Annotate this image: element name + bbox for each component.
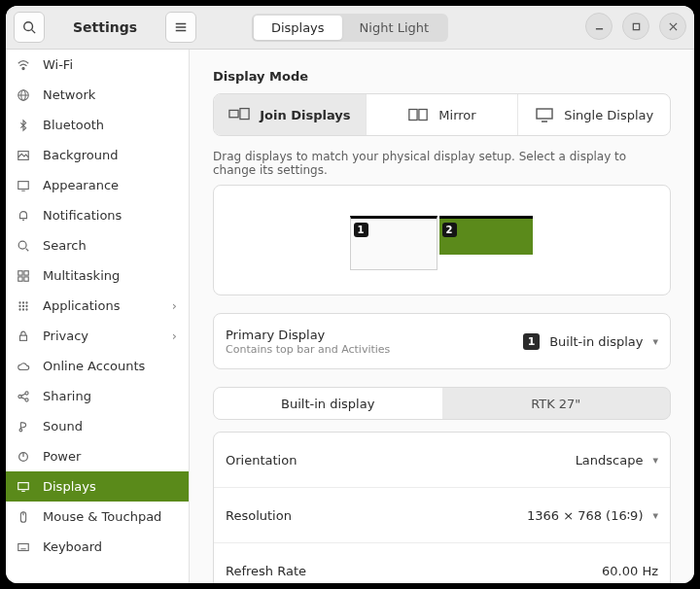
app-title: Settings	[52, 19, 158, 35]
keyboard-icon	[16, 540, 31, 554]
sidebar-item-label: Search	[43, 238, 87, 253]
svg-rect-41	[18, 482, 29, 489]
svg-rect-45	[18, 543, 29, 550]
mode-mirror[interactable]: Mirror	[367, 94, 519, 135]
menu-button[interactable]	[165, 12, 196, 43]
sidebar-item-background[interactable]: Background	[6, 140, 189, 170]
display-mode-segmented: Join Displays Mirror Single Display	[213, 93, 671, 136]
sidebar-item-label: Multitasking	[43, 268, 120, 283]
svg-line-18	[26, 248, 29, 251]
sidebar-item-label: Displays	[43, 479, 96, 494]
primary-display-sub: Contains top bar and Activities	[226, 343, 390, 356]
svg-point-9	[22, 67, 24, 69]
close-button[interactable]	[659, 13, 686, 40]
svg-rect-22	[24, 276, 28, 280]
globe-icon	[16, 88, 31, 102]
refresh-rate-value: 60.00 Hz	[602, 564, 658, 578]
svg-rect-32	[20, 335, 27, 340]
display-icon	[16, 480, 31, 494]
svg-line-36	[21, 394, 25, 396]
minimize-button[interactable]	[585, 13, 612, 40]
maximize-icon	[632, 22, 641, 31]
svg-rect-49	[409, 110, 417, 121]
svg-point-23	[18, 301, 20, 303]
display-tab-builtin[interactable]: Built-in display	[214, 388, 442, 419]
tab-night-light[interactable]: Night Light	[342, 16, 447, 40]
display-tab-external[interactable]: RTK 27"	[442, 388, 671, 419]
sidebar-item-label: Power	[43, 449, 81, 464]
sidebar-item-displays[interactable]: Displays	[6, 471, 189, 502]
resolution-label: Resolution	[226, 508, 292, 523]
single-display-icon	[535, 107, 554, 122]
svg-point-38	[19, 429, 22, 432]
header-tabs: Displays Night Light	[252, 14, 448, 42]
svg-point-17	[18, 241, 26, 249]
sidebar-item-multitasking[interactable]: Multitasking	[6, 260, 189, 291]
display-arrangement[interactable]: 1 2	[213, 185, 671, 295]
display-canvas: 1 2	[350, 216, 535, 270]
svg-rect-6	[633, 23, 639, 29]
sidebar-item-mouse-touchpad[interactable]: Mouse & Touchpad	[6, 502, 189, 532]
bluetooth-icon	[16, 119, 31, 132]
primary-display-row[interactable]: Primary Display Contains top bar and Act…	[214, 314, 670, 368]
orientation-row[interactable]: Orientation Landscape ▾	[214, 433, 670, 487]
svg-rect-51	[537, 109, 552, 119]
svg-rect-14	[18, 181, 29, 189]
svg-point-24	[22, 301, 24, 303]
lock-icon	[16, 329, 31, 343]
monitor-2[interactable]: 2	[439, 216, 533, 255]
primary-display-name: Built-in display	[549, 334, 643, 349]
svg-point-29	[18, 308, 20, 310]
sidebar-item-label: Background	[43, 148, 119, 162]
display-settings-card: Orientation Landscape ▾ Resolution 1366 …	[213, 432, 671, 583]
sidebar-item-network[interactable]: Network	[6, 80, 189, 110]
appearance-icon	[16, 179, 31, 192]
sidebar-item-keyboard[interactable]: Keyboard	[6, 532, 189, 562]
sidebar-item-notifications[interactable]: Notifications	[6, 200, 189, 230]
sidebar-item-power[interactable]: Power	[6, 441, 189, 471]
close-icon	[669, 22, 678, 31]
svg-point-33	[18, 395, 21, 398]
sidebar-item-label: Privacy	[43, 329, 88, 343]
sidebar-item-search[interactable]: Search	[6, 230, 189, 260]
sidebar-item-label: Applications	[43, 298, 120, 313]
chevron-down-icon: ▾	[652, 335, 658, 348]
search-icon	[22, 20, 36, 34]
mode-join-displays[interactable]: Join Displays	[214, 94, 367, 135]
sidebar-item-bluetooth[interactable]: Bluetooth	[6, 110, 189, 140]
apps-icon	[16, 299, 31, 313]
sidebar-item-label: Appearance	[43, 178, 119, 192]
mirror-icon	[407, 107, 429, 122]
sidebar-item-sound[interactable]: Sound	[6, 411, 189, 441]
svg-point-27	[22, 304, 24, 306]
sidebar-item-appearance[interactable]: Appearance	[6, 170, 189, 200]
mode-single-display[interactable]: Single Display	[518, 94, 670, 135]
maximize-button[interactable]	[622, 13, 649, 40]
orientation-label: Orientation	[226, 453, 297, 468]
resolution-row[interactable]: Resolution 1366 × 768 (16∶9) ▾	[214, 487, 670, 542]
sidebar-item-privacy[interactable]: Privacy›	[6, 321, 189, 351]
sidebar-item-online-accounts[interactable]: Online Accounts	[6, 351, 189, 381]
cloud-icon	[16, 360, 31, 373]
svg-point-31	[25, 308, 27, 310]
monitor-1-badge: 1	[354, 223, 368, 237]
share-icon	[16, 390, 31, 403]
settings-window: Settings Displays Night Light Wi-FiNetwo…	[6, 6, 694, 583]
titlebar: Settings Displays Night Light	[6, 6, 694, 50]
svg-rect-47	[229, 110, 238, 117]
svg-point-25	[25, 301, 27, 303]
tab-displays[interactable]: Displays	[254, 16, 342, 40]
sidebar: Wi-FiNetworkBluetoothBackgroundAppearanc…	[6, 50, 190, 583]
chevron-down-icon: ▾	[652, 509, 658, 522]
background-icon	[16, 149, 31, 162]
svg-rect-20	[24, 270, 28, 274]
svg-point-35	[25, 398, 28, 400]
sidebar-item-sharing[interactable]: Sharing	[6, 381, 189, 411]
power-icon	[16, 450, 31, 464]
sidebar-item-applications[interactable]: Applications›	[6, 291, 189, 321]
mouse-icon	[16, 510, 31, 524]
monitor-1[interactable]: 1	[350, 216, 438, 270]
hamburger-icon	[174, 20, 188, 34]
sidebar-item-wi-fi[interactable]: Wi-Fi	[6, 50, 189, 80]
search-button[interactable]	[14, 12, 45, 43]
